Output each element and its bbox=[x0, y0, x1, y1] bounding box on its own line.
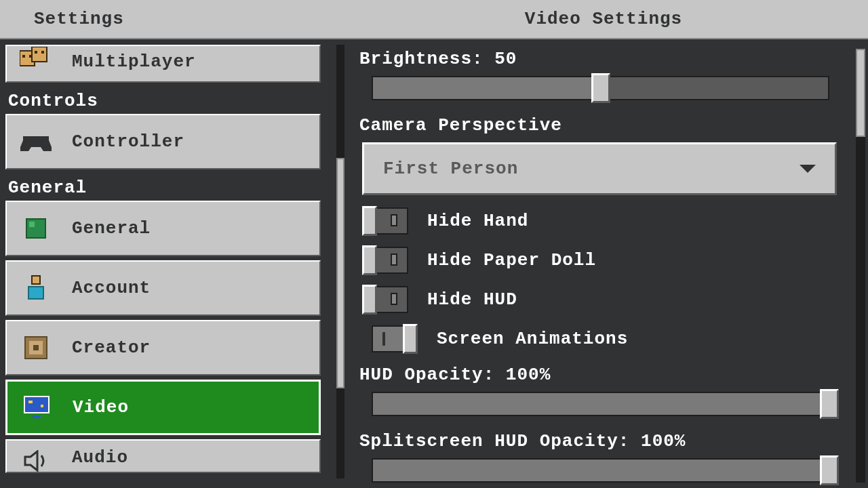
svg-rect-1 bbox=[22, 55, 25, 58]
toggle-label: Screen Animations bbox=[437, 329, 628, 349]
svg-rect-8 bbox=[32, 276, 40, 284]
svg-rect-16 bbox=[33, 415, 41, 418]
toggle-hide-paper-doll[interactable]: Hide Paper Doll bbox=[359, 247, 854, 274]
toggle-switch[interactable] bbox=[362, 286, 408, 313]
sidebar-item-label: Audio bbox=[72, 447, 128, 468]
sidebar-item-label: Account bbox=[72, 278, 151, 298]
svg-rect-13 bbox=[24, 396, 49, 413]
camera-perspective-dropdown[interactable]: First Person bbox=[362, 142, 837, 195]
sidebar-item-general[interactable]: General bbox=[5, 201, 321, 256]
slider-thumb[interactable] bbox=[820, 389, 839, 419]
sidebar-item-label: Controller bbox=[72, 131, 184, 152]
toggle-screen-animations[interactable]: Screen Animations bbox=[359, 325, 854, 352]
toggle-label: Hide Paper Doll bbox=[427, 250, 596, 270]
sidebar-scrollbar-thumb[interactable] bbox=[336, 158, 344, 388]
creator-icon bbox=[19, 334, 53, 361]
sidebar-item-label: Video bbox=[73, 397, 129, 418]
account-icon bbox=[19, 274, 53, 302]
brightness-label: Brightness: 50 bbox=[359, 49, 854, 69]
controller-icon bbox=[19, 128, 53, 155]
main-scrollbar-thumb[interactable] bbox=[856, 49, 865, 137]
splitscreen-opacity-label: Splitscreen HUD Opacity: 100% bbox=[359, 431, 854, 451]
svg-rect-12 bbox=[33, 345, 39, 350]
svg-rect-5 bbox=[41, 51, 44, 54]
main-panel: Brightness: 50 Camera Perspective First … bbox=[346, 39, 868, 488]
dropdown-value: First Person bbox=[383, 159, 518, 179]
header-bar: Settings Video Settings bbox=[0, 0, 868, 39]
slider-thumb[interactable] bbox=[820, 455, 839, 485]
toggle-hide-hand[interactable]: Hide Hand bbox=[359, 207, 854, 235]
toggle-switch[interactable] bbox=[362, 207, 408, 235]
sidebar-item-label: General bbox=[72, 218, 151, 239]
hud-opacity-label: HUD Opacity: 100% bbox=[359, 365, 854, 385]
audio-icon bbox=[19, 447, 53, 474]
toggle-switch[interactable] bbox=[372, 325, 418, 352]
header-title-left: Settings bbox=[0, 0, 339, 38]
multiplayer-icon bbox=[19, 45, 53, 72]
sidebar: Multiplayer Controls Controller General … bbox=[0, 39, 346, 488]
header-title-right: Video Settings bbox=[339, 0, 868, 38]
svg-rect-4 bbox=[35, 51, 37, 54]
sidebar-item-label: Multiplayer bbox=[72, 52, 196, 72]
hud-opacity-slider[interactable] bbox=[372, 392, 829, 416]
svg-rect-7 bbox=[29, 222, 35, 227]
sidebar-item-label: Creator bbox=[72, 338, 151, 358]
toggle-switch[interactable] bbox=[362, 247, 408, 274]
toggle-label: Hide HUD bbox=[427, 289, 517, 310]
toggle-knob[interactable] bbox=[362, 245, 377, 275]
brightness-slider[interactable] bbox=[372, 76, 829, 100]
toggle-label: Hide Hand bbox=[427, 211, 528, 231]
general-icon bbox=[19, 215, 53, 242]
sidebar-item-audio[interactable]: Audio bbox=[5, 439, 321, 473]
sidebar-item-account[interactable]: Account bbox=[5, 260, 321, 316]
splitscreen-opacity-slider[interactable] bbox=[372, 458, 829, 483]
svg-rect-15 bbox=[41, 405, 43, 407]
svg-rect-3 bbox=[32, 47, 47, 62]
section-header-general: General bbox=[5, 174, 340, 201]
sidebar-item-controller[interactable]: Controller bbox=[5, 114, 321, 169]
svg-rect-9 bbox=[28, 287, 43, 299]
toggle-knob[interactable] bbox=[362, 285, 377, 314]
slider-thumb[interactable] bbox=[591, 73, 610, 103]
toggle-knob[interactable] bbox=[362, 206, 377, 236]
video-icon bbox=[20, 394, 54, 421]
toggle-hide-hud[interactable]: Hide HUD bbox=[359, 286, 854, 313]
camera-perspective-label: Camera Perspective bbox=[359, 115, 854, 136]
toggle-knob[interactable] bbox=[403, 324, 418, 354]
svg-rect-14 bbox=[28, 401, 33, 403]
chevron-down-icon bbox=[800, 165, 816, 173]
sidebar-item-multiplayer[interactable]: Multiplayer bbox=[5, 45, 321, 83]
section-header-controls: Controls bbox=[5, 87, 340, 114]
sidebar-item-creator[interactable]: Creator bbox=[5, 320, 321, 375]
sidebar-item-video[interactable]: Video bbox=[5, 380, 321, 435]
